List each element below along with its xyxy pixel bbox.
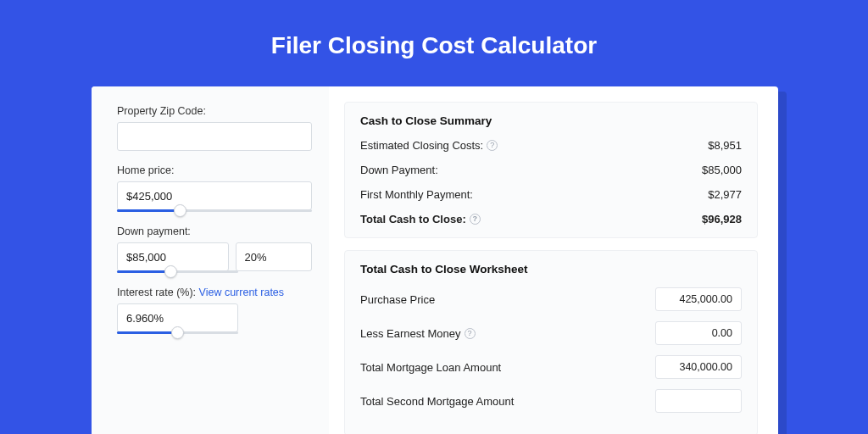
home-price-slider-thumb[interactable] (174, 204, 186, 217)
summary-section: Cash to Close Summary Estimated Closing … (344, 102, 758, 238)
worksheet-input-loan-amount[interactable] (655, 355, 742, 379)
worksheet-input-second-mortgage[interactable] (655, 389, 742, 413)
worksheet-input-purchase-price[interactable] (655, 287, 742, 311)
summary-value: $85,000 (702, 164, 742, 176)
worksheet-row-earnest-money: Less Earnest Money ? (360, 321, 742, 345)
worksheet-section: Total Cash to Close Worksheet Purchase P… (344, 250, 758, 434)
worksheet-row-purchase-price: Purchase Price (360, 287, 742, 311)
worksheet-row-second-mortgage: Total Second Mortgage Amount (360, 389, 742, 413)
down-payment-pct-input[interactable] (236, 242, 312, 271)
down-payment-slider-fill (117, 270, 170, 273)
home-price-slider-fill (117, 209, 180, 212)
results-panel: Cash to Close Summary Estimated Closing … (329, 86, 778, 434)
zip-field: Property Zip Code: (117, 105, 312, 151)
summary-row-closing-costs: Estimated Closing Costs: ? $8,951 (360, 139, 742, 152)
zip-label: Property Zip Code: (117, 105, 312, 117)
summary-row-down-payment: Down Payment: $85,000 (360, 164, 742, 176)
calculator-card: Property Zip Code: Home price: Down paym… (92, 86, 778, 434)
down-payment-slider-thumb[interactable] (164, 265, 177, 278)
home-price-field: Home price: (117, 164, 312, 212)
summary-label: First Monthly Payment: (360, 188, 473, 201)
down-payment-slider[interactable] (117, 270, 238, 273)
summary-row-total: Total Cash to Close: ? $96,928 (360, 213, 742, 225)
interest-rate-field: Interest rate (%): View current rates (117, 287, 312, 334)
worksheet-title: Total Cash to Close Worksheet (360, 263, 742, 275)
worksheet-label: Total Second Mortgage Amount (360, 395, 514, 408)
interest-rate-slider[interactable] (117, 331, 238, 334)
worksheet-label: Less Earnest Money (360, 327, 461, 340)
summary-title: Cash to Close Summary (360, 114, 742, 127)
summary-total-value: $96,928 (702, 213, 742, 225)
interest-rate-label: Interest rate (%): View current rates (117, 287, 312, 298)
interest-rate-slider-fill (117, 331, 177, 334)
down-payment-label: Down payment: (117, 225, 312, 237)
worksheet-row-loan-amount: Total Mortgage Loan Amount (360, 355, 742, 379)
home-price-slider[interactable] (117, 209, 312, 212)
summary-value: $2,977 (708, 188, 742, 201)
summary-total-label: Total Cash to Close: (360, 213, 466, 225)
down-payment-field: Down payment: (117, 225, 312, 273)
help-icon[interactable]: ? (470, 214, 481, 225)
worksheet-label: Purchase Price (360, 293, 435, 306)
summary-value: $8,951 (708, 139, 742, 152)
worksheet-label: Total Mortgage Loan Amount (360, 361, 501, 374)
summary-label: Down Payment: (360, 164, 438, 176)
zip-input[interactable] (117, 122, 312, 151)
summary-row-first-payment: First Monthly Payment: $2,977 (360, 188, 742, 201)
worksheet-input-earnest-money[interactable] (655, 321, 742, 345)
home-price-label: Home price: (117, 164, 312, 176)
home-price-input[interactable] (117, 181, 312, 210)
help-icon[interactable]: ? (465, 328, 476, 339)
view-rates-link[interactable]: View current rates (199, 287, 285, 298)
interest-rate-slider-thumb[interactable] (171, 326, 184, 339)
summary-label: Estimated Closing Costs: (360, 139, 483, 152)
form-panel: Property Zip Code: Home price: Down paym… (92, 86, 329, 434)
help-icon[interactable]: ? (487, 140, 498, 151)
page-title: Filer Closing Cost Calculator (0, 0, 868, 80)
